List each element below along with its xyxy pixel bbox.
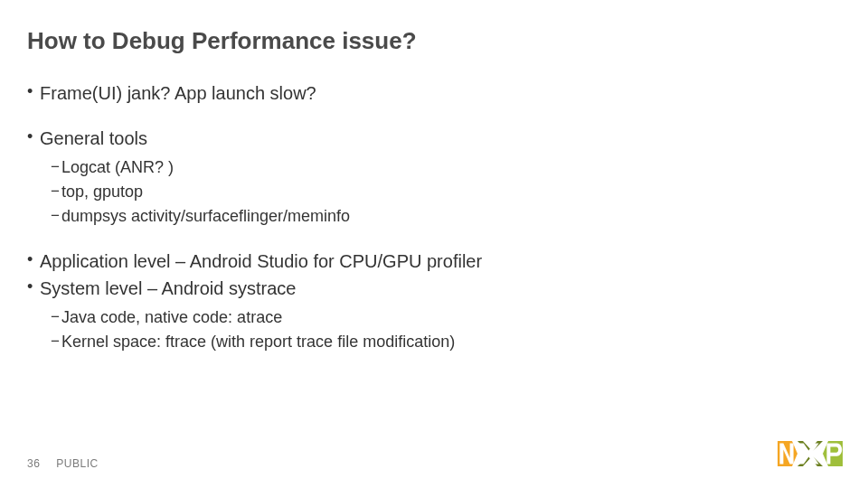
list-item: − Logcat (ANR? ) [51, 156, 832, 179]
list-item: − top, gputop [51, 181, 832, 203]
bullet-list: • Frame(UI) jank? App launch slow? • Gen… [27, 80, 832, 353]
dash-icon: − [51, 181, 61, 202]
list-item: − dumpsys activity/surfaceflinger/meminf… [51, 205, 832, 228]
page-number: 36 [27, 457, 40, 470]
bullet-text: Application level – Android Studio for C… [40, 249, 482, 274]
list-item: • General tools − Logcat (ANR? ) − top, … [27, 126, 832, 229]
sub-list: − Logcat (ANR? ) − top, gputop − dumpsys… [51, 156, 832, 229]
list-item: • System level – Android systrace − Java… [27, 276, 832, 353]
dash-icon: − [51, 156, 61, 178]
bullet-text: System level – Android systrace [40, 276, 296, 301]
dash-icon: − [51, 306, 61, 328]
list-item: − Kernel space: ftrace (with report trac… [51, 331, 832, 353]
bullet-text: Frame(UI) jank? App launch slow? [40, 80, 316, 106]
sub-bullet-text: dumpsys activity/surfaceflinger/meminfo [61, 205, 350, 228]
bullet-icon: • [27, 126, 40, 148]
slide: How to Debug Performance issue? • Frame(… [0, 0, 868, 488]
list-item: • Frame(UI) jank? App launch slow? [27, 80, 832, 106]
dash-icon: − [51, 331, 61, 352]
sub-list: − Java code, native code: atrace − Kerne… [51, 306, 832, 353]
sub-bullet-text: Kernel space: ftrace (with report trace … [61, 331, 455, 353]
bullet-text: General tools [40, 126, 147, 151]
bullet-icon: • [27, 276, 40, 298]
bullet-icon: • [27, 80, 40, 103]
list-item: • Application level – Android Studio for… [27, 249, 832, 274]
slide-content: • Frame(UI) jank? App launch slow? • Gen… [27, 80, 832, 353]
list-item: − Java code, native code: atrace [51, 306, 832, 329]
nxp-logo-icon [778, 436, 843, 472]
dash-icon: − [51, 205, 61, 227]
sub-bullet-text: Logcat (ANR? ) [61, 156, 174, 179]
footer: 36 PUBLIC [27, 457, 99, 470]
footer-label: PUBLIC [56, 457, 98, 470]
sub-bullet-text: Java code, native code: atrace [61, 306, 282, 329]
sub-bullet-text: top, gputop [61, 181, 143, 203]
slide-title: How to Debug Performance issue? [27, 27, 832, 55]
bullet-icon: • [27, 249, 40, 271]
